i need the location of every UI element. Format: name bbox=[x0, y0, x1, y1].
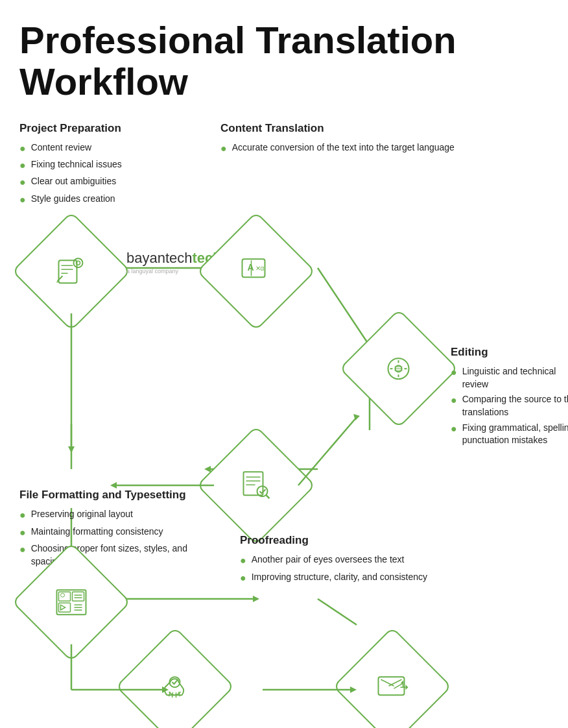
svg-marker-69 bbox=[110, 482, 117, 489]
list-item: Another pair of eyes oversees the text bbox=[240, 553, 428, 568]
svg-line-58 bbox=[389, 679, 402, 686]
svg-line-11 bbox=[318, 599, 357, 625]
list-item: Clear out ambiguities bbox=[19, 175, 220, 189]
file-formatting-section: File Formatting and Typesetting Preservi… bbox=[19, 489, 207, 570]
svg-marker-63 bbox=[406, 685, 408, 690]
content-translation-title: Content Translation bbox=[220, 122, 549, 135]
diamond-content-delivery bbox=[333, 627, 452, 728]
svg-text:α: α bbox=[261, 265, 265, 272]
list-item: Preserving original layout bbox=[19, 508, 207, 522]
diamond-project-prep bbox=[12, 212, 131, 331]
svg-line-66 bbox=[298, 417, 357, 485]
page-title: Professional Translation Workflow bbox=[19, 19, 549, 103]
project-prep-section: Project Preparation Content review Fixin… bbox=[19, 122, 220, 208]
svg-text:A: A bbox=[248, 262, 254, 273]
project-prep-title: Project Preparation bbox=[19, 122, 220, 135]
quality-icon bbox=[158, 669, 193, 705]
svg-point-45 bbox=[61, 593, 65, 597]
list-item: Style guides creation bbox=[19, 193, 220, 207]
list-item: Improving structure, clarity, and consis… bbox=[240, 571, 428, 585]
list-item: Fixing technical issues bbox=[19, 158, 220, 173]
svg-marker-44 bbox=[61, 605, 65, 610]
svg-marker-65 bbox=[68, 446, 75, 453]
svg-point-16 bbox=[74, 258, 83, 267]
svg-rect-42 bbox=[73, 592, 84, 601]
list-item: Comparing the source to the translations bbox=[451, 393, 568, 419]
translation-icon: A ✕ α bbox=[239, 254, 274, 289]
svg-marker-10 bbox=[253, 596, 259, 602]
editing-section: Editing Linguistic and technical review … bbox=[451, 346, 568, 450]
diamond-proofreading bbox=[196, 426, 316, 545]
list-item: Linguistic and technical review bbox=[451, 365, 568, 391]
file-formatting-title: File Formatting and Typesetting bbox=[19, 489, 207, 502]
diamond-quality-assurance bbox=[115, 627, 235, 728]
document-gear-icon bbox=[54, 254, 89, 289]
list-item: Choosing proper font sizes, styles, and … bbox=[19, 542, 207, 568]
delivery-icon bbox=[375, 669, 410, 705]
diamond-editing bbox=[339, 309, 458, 428]
svg-line-2 bbox=[318, 268, 370, 346]
proofreading-title: Proofreading bbox=[240, 534, 428, 547]
editing-title: Editing bbox=[451, 346, 568, 359]
file-formatting-list: Preserving original layout Maintaing for… bbox=[19, 508, 207, 568]
svg-marker-67 bbox=[353, 414, 360, 420]
list-item: Content review bbox=[19, 141, 220, 156]
proofreading-icon bbox=[239, 468, 274, 504]
project-prep-list: Content review Fixing technical issues C… bbox=[19, 141, 220, 208]
svg-line-39 bbox=[266, 495, 270, 498]
workflow-diagram: bayantechtech a languyal company A ✕ α bbox=[19, 216, 549, 728]
svg-line-53 bbox=[172, 692, 173, 698]
layout-icon bbox=[54, 585, 89, 620]
proofreading-list: Another pair of eyes oversees the text I… bbox=[240, 553, 428, 585]
content-translation-list: Accurate conversion of the text into the… bbox=[220, 141, 549, 156]
svg-text:✕: ✕ bbox=[255, 265, 261, 272]
diamond-content-translation: A ✕ α bbox=[196, 212, 316, 331]
content-translation-section: Content Translation Accurate conversion … bbox=[220, 122, 549, 156]
list-item: Maintaing formatting consistency bbox=[19, 526, 207, 540]
proofreading-section: Proofreading Another pair of eyes overse… bbox=[240, 534, 428, 588]
list-item: Fixing grammatical, spelling, punctuatio… bbox=[451, 422, 568, 447]
svg-rect-56 bbox=[379, 677, 405, 695]
editing-icon bbox=[381, 351, 417, 387]
editing-list: Linguistic and technical review Comparin… bbox=[451, 365, 568, 447]
list-item: Accurate conversion of the text into the… bbox=[220, 141, 549, 156]
